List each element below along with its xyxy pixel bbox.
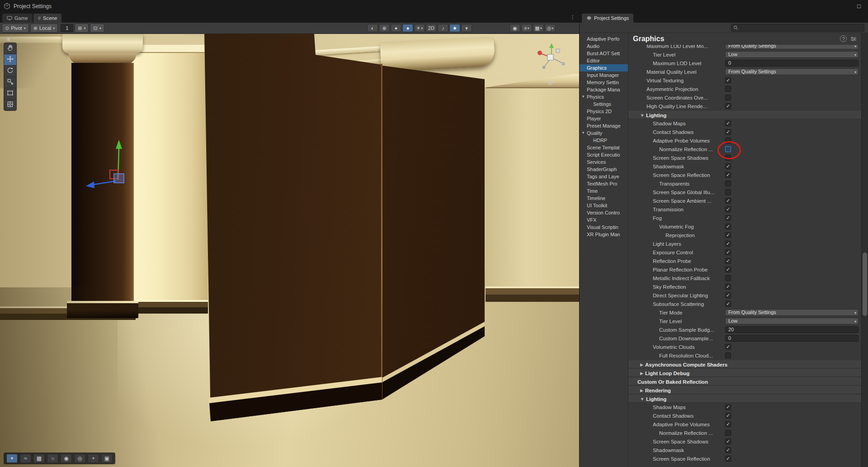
checkbox[interactable]: [725, 155, 731, 161]
sidebar-item-memory-settin[interactable]: Memory Settin: [580, 79, 628, 86]
checkbox[interactable]: ✓: [725, 224, 731, 229]
rect-tool[interactable]: [4, 88, 17, 100]
preset-sliders-icon[interactable]: [850, 36, 857, 42]
sidebar-item-script-executio[interactable]: Script Executio: [580, 151, 628, 158]
render-mode-icon[interactable]: ◐: [367, 24, 378, 32]
foldout-open-icon[interactable]: ▼: [581, 93, 585, 100]
grid-overlay-icon[interactable]: ▦: [33, 454, 45, 463]
checkbox[interactable]: [725, 353, 731, 358]
gizmo-overlay-handle[interactable]: ≡: [536, 35, 539, 41]
checkbox[interactable]: ✓: [725, 129, 731, 135]
checkbox[interactable]: ✓: [725, 258, 731, 264]
sidebar-item-physics-2d[interactable]: Physics 2D: [580, 108, 628, 115]
checkbox[interactable]: [725, 430, 731, 436]
rotate-tool[interactable]: [4, 65, 17, 77]
text-field[interactable]: 0: [725, 335, 859, 342]
light-settings-icon[interactable]: ☀▾: [414, 24, 425, 32]
sidebar-item-vfx[interactable]: VFX: [580, 216, 628, 224]
checkbox[interactable]: ✓: [725, 206, 731, 212]
checkbox[interactable]: ✓: [725, 438, 731, 444]
sidebar-item-timeline[interactable]: Timeline: [580, 195, 628, 202]
visibility-eye-icon[interactable]: ◉: [509, 24, 520, 32]
shaded-toggle-icon[interactable]: ●: [391, 24, 401, 32]
checkbox[interactable]: ✓: [725, 232, 731, 238]
scrollbar[interactable]: [861, 33, 868, 467]
tab-project-settings[interactable]: Project Settings: [582, 14, 633, 23]
wireframe-toggle-icon[interactable]: ⊕: [379, 24, 390, 32]
checkbox[interactable]: ✓: [725, 163, 731, 169]
checkbox[interactable]: ✓: [725, 241, 731, 247]
foldout-closed-icon[interactable]: ▶: [640, 388, 643, 393]
foldout-closed-icon[interactable]: ▶: [640, 371, 643, 376]
dropdown[interactable]: From Quality Settings▾: [725, 309, 859, 316]
grid-settings-icon[interactable]: ▦▾: [533, 24, 544, 32]
audio-toggle-icon[interactable]: ♪: [438, 24, 448, 32]
checkbox[interactable]: ✓: [725, 301, 731, 307]
checkbox[interactable]: ✓: [725, 267, 731, 272]
camera-settings-icon[interactable]: ≡▾: [521, 24, 532, 32]
sidebar-item-ui-toolkit[interactable]: UI Toolkit: [580, 202, 628, 209]
sidebar-item-shadergraph[interactable]: ShaderGraph: [580, 166, 628, 173]
sidebar-item-quality[interactable]: ▼Quality: [580, 129, 628, 137]
camera-overlay-icon[interactable]: ▣: [101, 454, 113, 463]
checkbox[interactable]: ✓: [725, 103, 731, 109]
view-hand-tool[interactable]: [4, 43, 17, 54]
lighting-toggle-icon[interactable]: ●: [402, 24, 413, 32]
sidebar-item-editor[interactable]: Editor: [580, 57, 628, 64]
pane-menu-icon[interactable]: ⋮: [570, 14, 576, 20]
effects-menu-icon[interactable]: ▾: [461, 24, 472, 32]
checkbox[interactable]: [725, 95, 731, 100]
tools-overlay-handle[interactable]: ≡: [7, 36, 17, 43]
sidebar-item-scene-templat[interactable]: Scene Templat: [580, 144, 628, 151]
sidebar-item-time[interactable]: Time: [580, 187, 628, 195]
checkbox[interactable]: ✓: [725, 215, 731, 221]
search-input[interactable]: [731, 24, 864, 32]
checkbox[interactable]: ✓: [725, 77, 731, 83]
sidebar-item-input-manager[interactable]: Input Manager: [580, 71, 628, 79]
sidebar-item-audio[interactable]: Audio: [580, 43, 628, 50]
pivot-dropdown[interactable]: ⊙ Pivot ▾: [2, 24, 29, 33]
effects-toggle-icon[interactable]: ★: [449, 24, 460, 32]
move-overlay-icon[interactable]: +: [88, 454, 99, 463]
sphere-gizmo-icon[interactable]: ○: [47, 454, 58, 463]
foldout-open-icon[interactable]: ▼: [640, 113, 644, 118]
sidebar-item-tags-and-laye[interactable]: Tags and Laye: [580, 173, 628, 180]
checkbox[interactable]: [725, 189, 731, 195]
checkbox[interactable]: ✓: [725, 249, 731, 255]
checkbox[interactable]: ✓: [725, 344, 731, 350]
checkbox[interactable]: ✓: [725, 447, 731, 453]
checkbox[interactable]: ✓: [725, 172, 731, 178]
2d-toggle[interactable]: 2D: [426, 24, 437, 32]
checkbox[interactable]: [725, 146, 731, 152]
window-titlebar[interactable]: Project Settings –□×: [0, 0, 868, 12]
sidebar-item-settings[interactable]: Settings: [580, 100, 628, 108]
dropdown[interactable]: Low▾: [725, 51, 859, 58]
checkbox[interactable]: ✓: [725, 456, 731, 462]
sidebar-item-xr-plugin-man[interactable]: XR Plugin Man: [580, 231, 628, 238]
checkbox[interactable]: ✓: [725, 120, 731, 126]
sidebar-item-physics[interactable]: ▼Physics: [580, 93, 628, 100]
handle-space-dropdown[interactable]: ⊕ Local ▾: [30, 24, 58, 33]
settings-foldout[interactable]: ▼Lighting: [628, 394, 861, 403]
checkbox[interactable]: ✓: [725, 284, 731, 290]
gizmos-menu-icon[interactable]: ◎▾: [545, 24, 556, 32]
checkbox[interactable]: [725, 86, 731, 92]
probe-gizmo-icon[interactable]: ◉: [61, 454, 72, 463]
foldout-closed-icon[interactable]: ▶: [640, 362, 643, 367]
checkbox[interactable]: [725, 181, 731, 186]
transform-tool[interactable]: [4, 99, 17, 111]
sidebar-item-player[interactable]: Player: [580, 115, 628, 122]
sidebar-item-visual-scriptin[interactable]: Visual Scriptin: [580, 224, 628, 231]
dropdown[interactable]: Low▾: [725, 318, 859, 324]
checkbox[interactable]: ✓: [725, 198, 731, 204]
text-field[interactable]: 0: [725, 60, 859, 67]
scene-viewport[interactable]: ≡ ≡ +≈▦○◉◎+▣: [0, 34, 579, 467]
maximize-button[interactable]: □: [850, 0, 868, 12]
checkbox[interactable]: [725, 138, 731, 143]
move-tool[interactable]: [4, 54, 17, 66]
checkbox[interactable]: ✓: [725, 404, 731, 410]
zoom-tool-icon[interactable]: ◎: [74, 454, 85, 463]
sidebar-item-textmesh-pro[interactable]: TextMesh Pro: [580, 180, 628, 187]
settings-foldout[interactable]: ▶Asynchronous Compute Shaders: [628, 360, 861, 368]
dropdown[interactable]: From Quality Settings▾: [725, 45, 859, 49]
